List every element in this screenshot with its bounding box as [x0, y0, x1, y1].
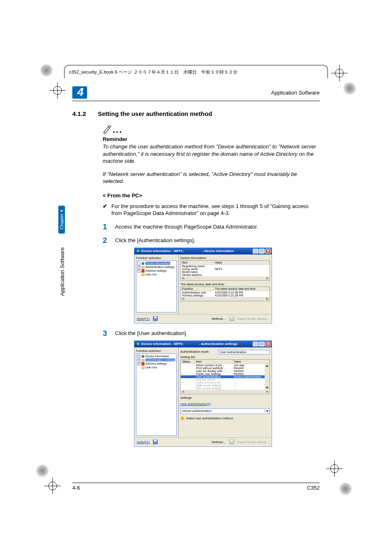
maximize-button[interactable]: □	[259, 249, 265, 254]
screenshot-device-info: Device Information - MFP1: - Device info…	[134, 247, 272, 324]
expand-icon[interactable]: +	[137, 355, 141, 358]
expand-icon[interactable]: +	[137, 358, 141, 362]
globe-icon	[136, 249, 140, 254]
help-link[interactable]: Help(F1)	[137, 440, 150, 444]
auth-mode-label: Authentication mode:	[180, 350, 218, 354]
disk-icon[interactable]	[153, 439, 158, 444]
col-function[interactable]: Function	[181, 287, 214, 291]
help-link[interactable]: Help(F1)	[137, 317, 150, 321]
h-scrollbar[interactable]: < >	[181, 390, 270, 394]
tree-item-user-box[interactable]: User box	[137, 366, 175, 369]
tree-item-user-box[interactable]: User box	[137, 273, 175, 276]
scroll-up-icon[interactable]: ▲	[265, 364, 270, 368]
reminder-text-1: To change the user authentication method…	[103, 143, 320, 165]
scroll-right-icon[interactable]: >	[265, 297, 270, 301]
scroll-down-icon[interactable]: ▼	[265, 386, 270, 390]
latest-access-table: Function The latest access date and time…	[180, 287, 270, 301]
print-dot	[36, 465, 48, 477]
export-button: Export to the device...	[238, 317, 269, 321]
auth-method-dropdown[interactable]: Device authentication ▼	[180, 408, 270, 414]
table-row: Group nameMFP1	[181, 268, 270, 271]
disk-icon	[229, 439, 234, 444]
book-icon	[141, 269, 145, 273]
print-dot	[40, 64, 53, 76]
table-row: Registering name	[181, 265, 270, 268]
info-icon	[141, 262, 145, 265]
tree-item-device-info[interactable]: - Device information	[137, 262, 175, 265]
h-scrollbar[interactable]: < >	[181, 276, 270, 280]
registration-mark-icon	[331, 65, 348, 81]
table-row[interactable]: Print without authenti...Restrict	[181, 367, 265, 370]
col-date[interactable]: The latest access date and time	[214, 287, 270, 291]
step-number-1: 1	[103, 223, 115, 231]
expand-icon[interactable]: +	[137, 269, 141, 273]
col-item[interactable]: Item	[195, 360, 233, 363]
reminder-label: Reminder	[103, 136, 320, 142]
tree-item-device-info[interactable]: + Device information	[137, 355, 175, 358]
scroll-left-icon[interactable]: <	[181, 297, 186, 301]
table-row: Device address	[181, 273, 270, 276]
tree-item-address-settings[interactable]: + Address settings	[137, 362, 175, 365]
scroll-right-icon[interactable]: >	[265, 276, 270, 280]
col-value[interactable]: Value	[214, 261, 270, 264]
model-label: C352	[307, 485, 320, 491]
scroll-left-icon[interactable]: <	[181, 390, 186, 394]
chapter-badge: 4	[72, 86, 87, 99]
expand-icon[interactable]: +	[137, 266, 141, 269]
minimize-button[interactable]: _	[253, 249, 258, 254]
table-row[interactable]: Public user settingsRestrict	[181, 372, 265, 375]
table-row[interactable]: User list display setti...Restrict	[181, 370, 265, 372]
function-tree[interactable]: + Device information + Authentication se…	[136, 354, 177, 436]
chevron-down-icon[interactable]: ▼	[265, 409, 270, 412]
window-subtitle: - Device information	[184, 249, 253, 253]
close-button[interactable]: ✕	[265, 249, 271, 254]
window-titlebar[interactable]: Device Information - MFP1: - Device info…	[134, 248, 272, 254]
pen-icon	[103, 125, 112, 135]
svg-point-13	[142, 262, 145, 265]
folder-icon	[141, 266, 145, 269]
device-info-table: Item Value Registering name Group nameMF…	[180, 260, 270, 281]
step-number-2: 2	[103, 236, 115, 244]
table-row: Active Directory ser...---	[181, 381, 265, 384]
tree-item-address-settings[interactable]: + Address settings	[137, 269, 175, 273]
function-tree[interactable]: - Device information + Authentication se…	[136, 261, 177, 312]
scroll-left-icon[interactable]: <	[181, 276, 186, 280]
table-row: NDS server settings---	[181, 387, 265, 390]
info-icon	[141, 355, 145, 358]
settings-label: Settings:	[180, 396, 270, 400]
svg-rect-29	[231, 440, 233, 442]
tree-item-auth-settings[interactable]: + Authentication settings	[137, 358, 175, 362]
col-status[interactable]: Status	[181, 360, 195, 363]
refresh-button[interactable]: Refresh...	[212, 317, 226, 321]
user-authentication-link[interactable]: User authentication(Z)	[180, 402, 270, 406]
disk-icon[interactable]	[153, 316, 158, 321]
tree-item-auth-settings[interactable]: + Authentication settings	[137, 266, 175, 269]
close-button[interactable]: ✕	[265, 342, 271, 347]
side-chapter-badge: Chapter 4	[58, 206, 65, 234]
table-row-selected[interactable]: User authenticationDevice authentication	[181, 375, 265, 378]
expand-icon[interactable]: +	[137, 362, 141, 365]
window-titlebar[interactable]: Device Information - MFP1: - Authenticat…	[134, 341, 272, 347]
col-item[interactable]: Item	[181, 261, 214, 264]
svg-rect-20	[231, 317, 233, 318]
minimize-button[interactable]: _	[253, 342, 258, 347]
refresh-button[interactable]: Refresh...	[212, 440, 226, 444]
print-dot	[339, 483, 352, 495]
expand-icon[interactable]: -	[137, 262, 141, 265]
box-icon	[141, 273, 145, 276]
maximize-button[interactable]: □	[259, 342, 265, 347]
side-tab: Chapter 4 Application Software	[58, 206, 67, 308]
table-row: Address settings4/25/2006 5:21:08 PM	[181, 294, 270, 297]
table-row[interactable]: When number of job...Job skip	[181, 364, 265, 367]
v-scrollbar[interactable]: ▲ ▼	[265, 364, 270, 390]
latest-access-label: The latest access date and time:	[180, 282, 270, 286]
section-number: 4.1.2	[72, 110, 98, 117]
print-dot	[344, 82, 356, 95]
table-row: Authentication sett...4/25/2006 5:21:08 …	[181, 291, 270, 294]
scroll-right-icon[interactable]: >	[265, 390, 270, 394]
disk-icon	[229, 316, 234, 321]
col-value[interactable]: Value	[233, 360, 270, 363]
step-number-3: 3	[103, 329, 115, 337]
h-scrollbar[interactable]: < >	[181, 297, 270, 301]
setting-list-table[interactable]: Status Item Value When number of job...J…	[180, 359, 270, 394]
